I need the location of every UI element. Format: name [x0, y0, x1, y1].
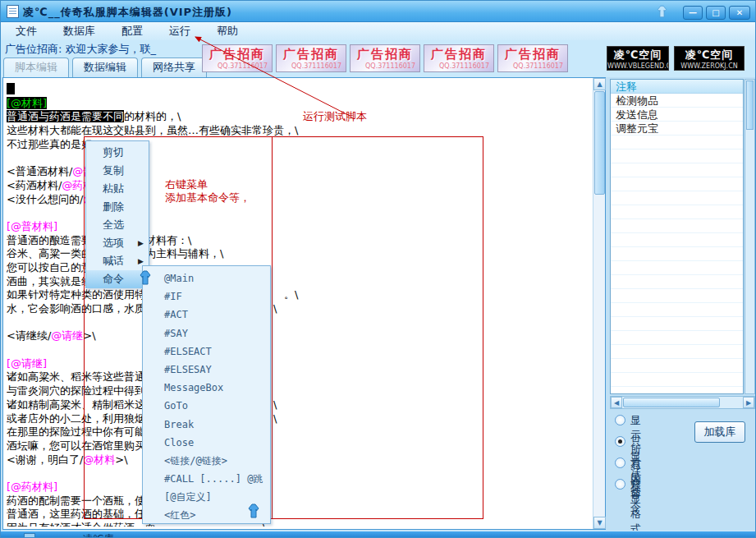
list-row-14	[611, 275, 743, 289]
command-item-1[interactable]: #IF	[143, 287, 270, 306]
scroll-left-icon[interactable]: ◀	[611, 397, 622, 408]
status-text: 凌℃库	[83, 532, 113, 538]
list-row-13	[611, 261, 743, 275]
list-row-16	[611, 303, 743, 317]
context-menu-item-4[interactable]: 全选	[86, 216, 149, 234]
close-button[interactable]: ✕	[729, 6, 750, 20]
context-menu-item-6[interactable]: 喊话▶	[86, 252, 149, 270]
list-row-19	[611, 345, 743, 359]
list-vertical-scrollbar[interactable]	[745, 79, 755, 394]
title-bar[interactable]: 凌℃__传奇私服脚本编辑器(VIP注册版) — □ ✕	[1, 1, 756, 22]
submenu-arrow-icon: ▶	[138, 234, 144, 252]
cursor-shirt-icon	[137, 269, 153, 286]
list-horizontal-scrollbar[interactable]: ◀ ▶	[610, 396, 755, 409]
list-row-2[interactable]: 发送信息	[611, 108, 743, 122]
ad-recruit-label: 广告位招商: 欢迎大家参与，联_	[5, 42, 156, 57]
radio-icon[interactable]	[615, 415, 625, 425]
list-row-0[interactable]: 注释	[611, 80, 743, 94]
radio-icon[interactable]	[615, 436, 625, 447]
filter-label: 只显格式	[630, 477, 641, 536]
menu-item-2[interactable]: 配置	[121, 24, 143, 39]
ad-banner-bar: 广告位招商: 欢迎大家参与，联_ 脚本编辑数据编辑网络共享 广告招商QQ.371…	[1, 40, 756, 77]
space-banner-1[interactable]: 凌℃空间WWW.ZEROKJ.CN	[674, 46, 745, 71]
scroll-up-icon[interactable]: ▲	[593, 78, 606, 90]
list-row-18	[611, 331, 743, 345]
editor-line-0	[7, 83, 591, 97]
radio-icon[interactable]	[615, 479, 625, 490]
list-scroll-thumb[interactable]	[623, 398, 720, 407]
editor-vertical-scrollbar[interactable]: ▲ ▼	[593, 78, 605, 529]
ad-banner-0[interactable]: 广告招商QQ.371116017	[202, 44, 273, 72]
command-item-5[interactable]: #ELSESAY	[143, 361, 270, 379]
maximize-button[interactable]: □	[706, 6, 726, 20]
menu-item-1[interactable]: 数据库	[63, 24, 95, 39]
list-row-5	[611, 149, 743, 163]
tab-0[interactable]: 脚本编辑	[3, 57, 69, 77]
list-row-4	[611, 136, 743, 149]
list-row-20	[611, 359, 743, 373]
command-item-9[interactable]: Close	[143, 434, 270, 452]
list-row-6	[611, 163, 743, 177]
list-row-12	[611, 247, 743, 261]
scroll-down-icon[interactable]: ▼	[593, 517, 606, 529]
scroll-right-icon[interactable]: ▶	[743, 397, 754, 408]
tab-2[interactable]: 网络共享	[141, 57, 207, 77]
list-row-1[interactable]: 检测物品	[611, 94, 743, 108]
context-menu: 剪切复制粘贴删除全选选项▶喊话▶命令	[85, 140, 149, 288]
menu-item-4[interactable]: 帮助	[217, 24, 238, 39]
list-row-8	[611, 191, 743, 205]
command-item-10[interactable]: <链接/@链接>	[143, 452, 270, 470]
context-menu-item-2[interactable]: 粘贴	[86, 180, 149, 198]
command-item-8[interactable]: Break	[143, 416, 270, 434]
list-row-3[interactable]: 调整元宝	[611, 122, 743, 136]
command-item-0[interactable]: @Main	[143, 269, 270, 287]
menu-item-3[interactable]: 运行	[169, 24, 190, 39]
command-item-7[interactable]: GoTo	[143, 397, 270, 415]
list-row-9	[611, 205, 743, 219]
list-row-10	[611, 219, 743, 233]
editor-line-2: 普通酒与药酒是需要不同的材料的，\	[7, 110, 591, 124]
tab-bar: 脚本编辑数据编辑网络共享	[3, 57, 210, 77]
ad-banner-1[interactable]: 广告招商QQ.371116017	[276, 44, 346, 72]
ad-banner-2[interactable]: 广告招商QQ.371116017	[350, 44, 420, 72]
load-library-button[interactable]: 加载库	[694, 421, 745, 443]
menu-item-0[interactable]: 文件	[16, 24, 37, 39]
command-item-4[interactable]: #ELSEACT	[143, 343, 270, 361]
editor-line-1: [@材料]	[7, 97, 591, 111]
window-title: 凌℃__传奇私服脚本编辑器(VIP注册版)	[23, 5, 232, 20]
context-menu-item-0[interactable]: 剪切	[86, 144, 149, 162]
ad-banner-4[interactable]: 广告招商QQ.371116017	[497, 44, 568, 72]
ad-banner-3[interactable]: 广告招商QQ.371116017	[424, 44, 494, 72]
status-icon	[24, 533, 35, 538]
reference-panel: 注释检测物品发送信息调整元宝 ◀ ▶ 显示所有内容只显注释只显命令只显格式 加载…	[608, 77, 756, 530]
minimize-button[interactable]: —	[683, 6, 703, 20]
list-row-17	[611, 317, 743, 331]
context-menu-item-3[interactable]: 删除	[86, 198, 149, 216]
command-submenu: @Main#IF#ACT#SAY#ELSEACT#ELSESAYMessageB…	[142, 265, 271, 524]
command-item-3[interactable]: #SAY	[143, 324, 270, 343]
cursor-shirt-icon	[245, 503, 262, 519]
skin-shirt-icon[interactable]	[655, 4, 669, 19]
context-menu-item-5[interactable]: 选项▶	[86, 234, 149, 252]
list-row-7	[611, 177, 743, 191]
application-window: 凌℃__传奇私服脚本编辑器(VIP注册版) — □ ✕ 文件数据库配置运行帮助 …	[0, 0, 756, 538]
radio-icon[interactable]	[615, 458, 625, 468]
context-menu-item-1[interactable]: 复制	[86, 162, 149, 180]
tab-1[interactable]: 数据编辑	[72, 57, 138, 77]
editor-scroll-thumb[interactable]	[594, 91, 605, 195]
context-menu-annotation: 右键菜单 添加基本命令等，	[165, 178, 250, 205]
reference-list: 注释检测物品发送信息调整元宝	[610, 79, 744, 394]
app-icon	[7, 5, 19, 18]
menu-bar: 文件数据库配置运行帮助	[1, 22, 756, 40]
command-item-11[interactable]: #CALL [.....] @跳	[143, 470, 270, 488]
run-annotation: 运行测试脚本	[303, 110, 367, 123]
command-item-6[interactable]: MessageBox	[143, 379, 270, 397]
space-banner-0[interactable]: 凌℃空间WWW.VBLEGEND.COM	[607, 46, 669, 71]
list-row-21	[611, 373, 743, 387]
editor-line-32: 因为只有好酒才适合做药酒，而 \	[7, 522, 591, 527]
command-item-2[interactable]: #ACT	[143, 306, 270, 324]
status-bar: 凌℃库	[1, 531, 756, 538]
list-row-11	[611, 233, 743, 247]
list-row-15	[611, 289, 743, 303]
